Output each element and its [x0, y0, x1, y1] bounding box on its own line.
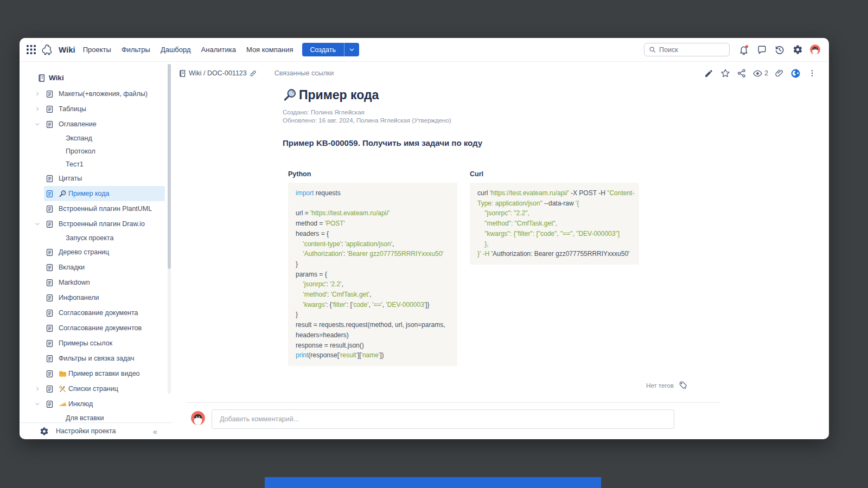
search-input[interactable]	[659, 46, 725, 54]
sidebar-item-15[interactable]: Согласование документа	[20, 305, 165, 320]
create-button-label[interactable]: Создать	[302, 43, 344, 56]
sidebar-item-label: Оглавление	[59, 120, 97, 128]
sidebar-item-label: Markdown	[59, 279, 90, 286]
sidebar-item-13[interactable]: Markdown	[20, 275, 165, 290]
sidebar-title: Wiki	[49, 74, 64, 82]
sidebar-item-3[interactable]: Экспанд	[20, 132, 165, 145]
include-icon	[59, 400, 67, 408]
project-settings-link[interactable]: Настройки проекта	[56, 427, 116, 435]
main-content: Wiki / DOC-001123 Связанные ссылки 2 При…	[173, 62, 829, 439]
sidebar-item-label: Примеры ссылок	[59, 339, 112, 347]
nav-item-4[interactable]: Моя компания	[246, 46, 293, 54]
search-box[interactable]	[644, 43, 730, 56]
app-window: Wiki ПроектыФильтрыДашбордАналитикаМоя к…	[20, 38, 829, 439]
chevron-down-icon[interactable]	[35, 121, 44, 127]
no-tags-label: Нет тегов	[646, 382, 674, 389]
sidebar-item-label: Фильтры и связка задач	[59, 355, 135, 362]
wiki-book-icon	[37, 74, 46, 82]
sidebar-item-10[interactable]: Запуск проекта	[20, 232, 165, 245]
code-block-curl: curl 'https://test.evateam.ru/api/' -X P…	[470, 183, 639, 265]
sidebar-item-label: Согласование документов	[59, 324, 142, 332]
kebab-icon[interactable]	[807, 68, 817, 79]
create-button[interactable]: Создать	[302, 43, 360, 56]
sidebar-item-2[interactable]: Оглавление	[20, 117, 165, 132]
chevron-right-icon[interactable]	[35, 91, 44, 97]
sidebar-item-label: Тест1	[66, 160, 84, 168]
bell-icon[interactable]	[738, 44, 749, 55]
sidebar-item-0[interactable]: Макеты(+вложения, файлы)	[20, 86, 165, 101]
sidebar-item-16[interactable]: Согласование документов	[20, 320, 165, 336]
sidebar-item-label: Инфопанели	[59, 294, 99, 301]
code-column-curl: Curlcurl 'https://test.evateam.ru/api/' …	[470, 170, 639, 366]
chevron-down-icon[interactable]	[35, 221, 44, 227]
watchers-button[interactable]: 2	[752, 68, 768, 79]
nav-item-3[interactable]: Аналитика	[201, 46, 236, 54]
sidebar-item-5[interactable]: Тест1	[20, 158, 165, 171]
sidebar-item-7[interactable]: Пример кода	[20, 186, 165, 201]
created-by: Создано: Полина Яглейская	[283, 108, 451, 117]
nav-item-2[interactable]: Дашборд	[161, 46, 191, 54]
sidebar-item-8[interactable]: Встроенный плагин PlantUML	[20, 201, 165, 216]
collapse-sidebar-button[interactable]: «	[153, 427, 157, 436]
magnifier-icon	[59, 190, 67, 198]
nav-item-0[interactable]: Проекты	[83, 46, 111, 54]
chevron-down-icon[interactable]	[35, 401, 44, 407]
sidebar-item-label: Макеты(+вложения, файлы)	[59, 90, 148, 98]
attach-icon[interactable]	[774, 68, 784, 79]
chevron-right-icon[interactable]	[35, 386, 44, 391]
sidebar-item-12[interactable]: Вкладки	[20, 260, 165, 275]
doc-icon	[46, 190, 54, 198]
apps-grid-icon[interactable]	[27, 45, 36, 54]
sidebar-item-22[interactable]: Для вставки	[20, 412, 165, 422]
article-heading: Пример KB-000059. Получить имя задачи по…	[283, 138, 482, 147]
code-block-title: Python	[288, 170, 457, 178]
create-dropdown-caret[interactable]	[344, 43, 359, 56]
sidebar: Wiki Макеты(+вложения, файлы)ТаблицыОгла…	[20, 62, 173, 439]
star-icon[interactable]	[720, 68, 730, 79]
sidebar-item-17[interactable]: Примеры ссылок	[20, 336, 165, 351]
doc-icon	[46, 309, 54, 317]
related-links-button[interactable]: Связанные ссылки	[275, 69, 334, 77]
doc-icon	[46, 105, 54, 113]
watchers-count: 2	[764, 69, 768, 77]
sidebar-item-20[interactable]: Списки страниц	[20, 381, 165, 396]
breadcrumb-text[interactable]: Wiki / DOC-001123	[189, 69, 247, 77]
dino-logo-icon[interactable]	[40, 43, 54, 56]
sidebar-item-14[interactable]: Инфопанели	[20, 290, 165, 305]
sidebar-item-9[interactable]: Встроенный плагин Draw.io	[20, 216, 165, 232]
sidebar-item-6[interactable]: Цитаты	[20, 171, 165, 186]
sidebar-scrollbar-thumb[interactable]	[168, 64, 171, 269]
sidebar-item-18[interactable]: Фильтры и связка задач	[20, 351, 165, 366]
edit-icon[interactable]	[704, 68, 714, 79]
tools-icon	[59, 385, 67, 393]
doc-icon	[46, 324, 54, 332]
breadcrumb[interactable]: Wiki / DOC-001123	[178, 69, 257, 78]
sidebar-item-19[interactable]: Пример вставки видео	[20, 366, 165, 381]
add-tag-icon[interactable]	[679, 381, 688, 390]
sidebar-item-label: Пример кода	[68, 190, 109, 197]
settings-gear-icon[interactable]	[40, 427, 49, 436]
doc-icon	[46, 279, 54, 287]
sidebar-item-11[interactable]: Дерево страниц	[20, 245, 165, 260]
comment-input[interactable]	[212, 409, 674, 429]
note-icon[interactable]	[756, 44, 767, 55]
chevron-right-icon[interactable]	[35, 106, 44, 112]
nav-item-1[interactable]: Фильтры	[122, 46, 150, 54]
search-icon	[649, 46, 656, 53]
doc-icon	[46, 385, 54, 393]
doc-icon	[46, 220, 54, 228]
doc-icon	[46, 248, 54, 256]
updated-by: Обновлено: 16 авг. 2024, Полина Яглейска…	[283, 117, 451, 125]
eye-icon	[752, 68, 763, 79]
globe-icon[interactable]	[790, 68, 801, 79]
sidebar-item-4[interactable]: Протокол	[20, 145, 165, 158]
sidebar-item-21[interactable]: Инклюд	[20, 396, 165, 412]
sidebar-item-label: Запуск проекта	[66, 234, 113, 242]
copy-link-icon[interactable]	[249, 69, 257, 78]
history-icon[interactable]	[774, 44, 785, 55]
document-icon	[178, 69, 187, 78]
gear-icon[interactable]	[792, 44, 803, 55]
share-icon[interactable]	[736, 68, 746, 79]
sidebar-item-1[interactable]: Таблицы	[20, 101, 165, 117]
user-avatar[interactable]	[810, 44, 820, 55]
